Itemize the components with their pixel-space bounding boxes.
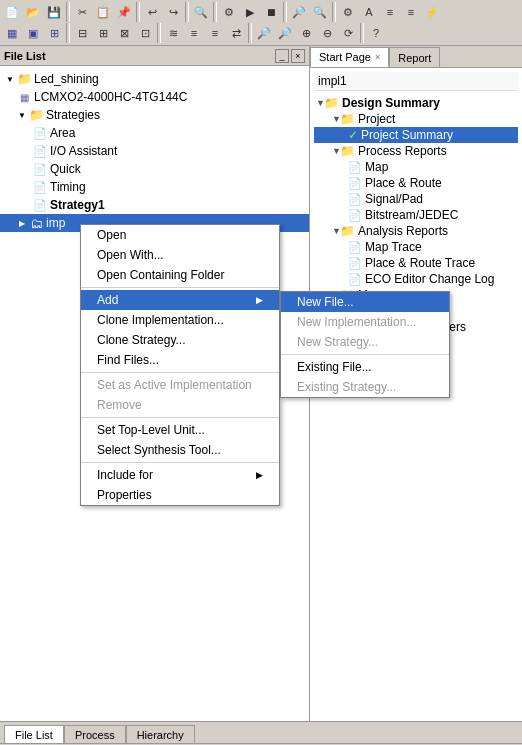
ds-project-summary[interactable]: ✓ Project Summary bbox=[314, 127, 518, 143]
tool-btn-4[interactable]: ⊖ bbox=[317, 23, 337, 43]
ds-analysis-section: ▼ 📁 Analysis Reports 📄 Map Trace 📄 Place… bbox=[314, 223, 518, 271]
tree-item-quick[interactable]: 📄 Quick bbox=[0, 160, 309, 178]
ctx-open-with[interactable]: Open With... bbox=[81, 245, 279, 265]
tool-btn-1[interactable]: 🔎 bbox=[254, 23, 274, 43]
tab-report[interactable]: Report bbox=[389, 47, 440, 67]
sub-existing-file[interactable]: Existing File... bbox=[281, 357, 449, 377]
open-button[interactable]: 📂 bbox=[23, 2, 43, 22]
ds-map[interactable]: 📄 Map bbox=[314, 159, 518, 175]
sub-new-file[interactable]: New File... bbox=[281, 292, 449, 312]
strategy-icon-timing: 📄 bbox=[32, 179, 48, 195]
ds-eco-icon: 📄 bbox=[348, 273, 362, 286]
ds-bitstream[interactable]: 📄 Bitstream/JEDEC bbox=[314, 207, 518, 223]
cut-button[interactable]: ✂ bbox=[72, 2, 92, 22]
ds-signal-label: Signal/Pad bbox=[365, 192, 423, 206]
zoom-in-button[interactable]: 🔎 bbox=[289, 2, 309, 22]
ds-folder-icon: 📁 bbox=[324, 96, 339, 110]
ctx-sep3 bbox=[81, 417, 279, 418]
ctx-include-for[interactable]: Include for ▶ bbox=[81, 465, 279, 485]
tab-start-page[interactable]: Start Page × bbox=[310, 47, 389, 67]
tree-label-io: I/O Assistant bbox=[50, 144, 117, 158]
panel-minimize-button[interactable]: _ bbox=[275, 49, 289, 63]
save-button[interactable]: 💾 bbox=[44, 2, 64, 22]
find-button[interactable]: 🔍 bbox=[191, 2, 211, 22]
tree-item-root[interactable]: ▼ 📁 Led_shining bbox=[0, 70, 309, 88]
submenu-add: New File... New Implementation... New St… bbox=[280, 291, 450, 398]
ds-signal-pad[interactable]: 📄 Signal/Pad bbox=[314, 191, 518, 207]
strategy-icon-quick: 📄 bbox=[32, 161, 48, 177]
paste-button[interactable]: 📌 bbox=[114, 2, 134, 22]
tree-arrow-root: ▼ bbox=[4, 73, 16, 85]
new-button[interactable]: 📄 bbox=[2, 2, 22, 22]
stop-button[interactable]: ⏹ bbox=[261, 2, 281, 22]
tree-label-area: Area bbox=[50, 126, 75, 140]
ctx-add-label: Add bbox=[97, 293, 118, 307]
ds-summary-label: Project Summary bbox=[361, 128, 453, 142]
zoom-out-button[interactable]: 🔍 bbox=[310, 2, 330, 22]
tree-item-io-assistant[interactable]: 📄 I/O Assistant bbox=[0, 142, 309, 160]
undo-button[interactable]: ↩ bbox=[142, 2, 162, 22]
tree-arrow-impl: ▶ bbox=[16, 217, 28, 229]
run-button[interactable]: ▶ bbox=[240, 2, 260, 22]
copy-button[interactable]: 📋 bbox=[93, 2, 113, 22]
ds-bitstream-label: Bitstream/JEDEC bbox=[365, 208, 458, 222]
toolbar-row-1: 📄 📂 💾 ✂ 📋 📌 ↩ ↪ 🔍 ⚙ ▶ ⏹ 🔎 🔍 ⚙ A ≡ ≡ ⚡ bbox=[2, 2, 520, 22]
chip-btn-3[interactable]: ⊞ bbox=[44, 23, 64, 43]
analyze-btn-3[interactable]: ≡ bbox=[205, 23, 225, 43]
ds-analysis-arrow: ▼ bbox=[332, 226, 340, 236]
tb-btn-a[interactable]: A bbox=[359, 2, 379, 22]
ds-project-header[interactable]: ▼ 📁 Project bbox=[314, 111, 518, 127]
tree-item-strategies[interactable]: ▼ 📁 Strategies bbox=[0, 106, 309, 124]
analyze-btn-2[interactable]: ≡ bbox=[184, 23, 204, 43]
tb-btn-d[interactable]: ⚡ bbox=[422, 2, 442, 22]
ctx-properties[interactable]: Properties bbox=[81, 485, 279, 505]
route-btn-1[interactable]: ⊟ bbox=[72, 23, 92, 43]
route-btn-4[interactable]: ⊡ bbox=[135, 23, 155, 43]
analyze-btn-4[interactable]: ⇄ bbox=[226, 23, 246, 43]
help-button[interactable]: ? bbox=[366, 23, 386, 43]
ctx-clone-strategy[interactable]: Clone Strategy... bbox=[81, 330, 279, 350]
ds-eco-label: ECO Editor Change Log bbox=[365, 272, 494, 286]
ds-process-header[interactable]: ▼ 📁 Process Reports bbox=[314, 143, 518, 159]
tool-btn-2[interactable]: 🔎 bbox=[275, 23, 295, 43]
tb-btn-c[interactable]: ≡ bbox=[401, 2, 421, 22]
tree-item-strategy1[interactable]: 📄 Strategy1 bbox=[0, 196, 309, 214]
bottom-tab-process[interactable]: Process bbox=[64, 725, 126, 743]
sep3 bbox=[185, 2, 189, 22]
ds-map-trace[interactable]: 📄 Map Trace bbox=[314, 239, 518, 255]
chip-btn-2[interactable]: ▣ bbox=[23, 23, 43, 43]
tree-item-area[interactable]: 📄 Area bbox=[0, 124, 309, 142]
analyze-btn-1[interactable]: ≋ bbox=[163, 23, 183, 43]
bottom-tab-filelist[interactable]: File List bbox=[4, 725, 64, 743]
ctx-clone-impl[interactable]: Clone Implementation... bbox=[81, 310, 279, 330]
ctx-open[interactable]: Open bbox=[81, 225, 279, 245]
redo-button[interactable]: ↪ bbox=[163, 2, 183, 22]
ctx-find-files[interactable]: Find Files... bbox=[81, 350, 279, 370]
chip-btn-1[interactable]: ▦ bbox=[2, 23, 22, 43]
ds-process-label: Process Reports bbox=[358, 144, 447, 158]
ds-place-route[interactable]: 📄 Place & Route bbox=[314, 175, 518, 191]
build-button[interactable]: ⚙ bbox=[219, 2, 239, 22]
tree-item-chip[interactable]: ▦ LCMXO2-4000HC-4TG144C bbox=[0, 88, 309, 106]
ds-analysis-header[interactable]: ▼ 📁 Analysis Reports bbox=[314, 223, 518, 239]
route-btn-3[interactable]: ⊠ bbox=[114, 23, 134, 43]
bottom-tab-hierarchy[interactable]: Hierarchy bbox=[126, 725, 195, 743]
ds-eco[interactable]: 📄 ECO Editor Change Log bbox=[314, 271, 518, 287]
tool-btn-3[interactable]: ⊕ bbox=[296, 23, 316, 43]
tb-btn-b[interactable]: ≡ bbox=[380, 2, 400, 22]
panel-close-button[interactable]: × bbox=[291, 49, 305, 63]
ds-title-label: Design Summary bbox=[342, 96, 440, 110]
tree-item-timing[interactable]: 📄 Timing bbox=[0, 178, 309, 196]
ds-place-route-trace[interactable]: 📄 Place & Route Trace bbox=[314, 255, 518, 271]
ctx-open-folder[interactable]: Open Containing Folder bbox=[81, 265, 279, 285]
ctx-add[interactable]: Add ▶ bbox=[81, 290, 279, 310]
ctx-select-synth[interactable]: Select Synthesis Tool... bbox=[81, 440, 279, 460]
tool-btn-5[interactable]: ⟳ bbox=[338, 23, 358, 43]
route-btn-2[interactable]: ⊞ bbox=[93, 23, 113, 43]
tab-close-start[interactable]: × bbox=[375, 52, 380, 62]
tree-label-strategies: Strategies bbox=[46, 108, 100, 122]
sep5 bbox=[283, 2, 287, 22]
ctx-set-top[interactable]: Set Top-Level Unit... bbox=[81, 420, 279, 440]
settings-button[interactable]: ⚙ bbox=[338, 2, 358, 22]
ds-title[interactable]: ▼ 📁 Design Summary bbox=[314, 95, 518, 111]
